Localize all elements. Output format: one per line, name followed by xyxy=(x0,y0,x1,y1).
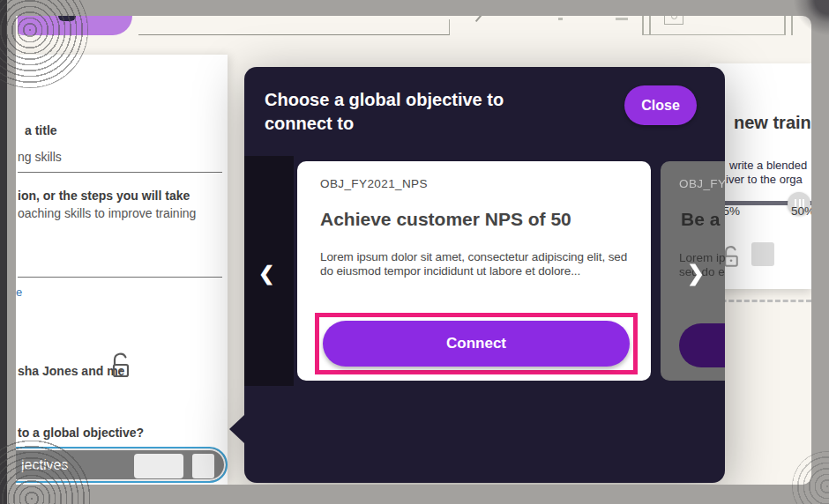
title-field-label: a title xyxy=(25,123,57,137)
objective-title: Achieve customer NPS of 50 xyxy=(320,209,571,230)
header-divider xyxy=(784,16,786,35)
header-input-underline[interactable] xyxy=(138,19,450,35)
gauge-icon xyxy=(671,16,677,19)
chevron-left-icon[interactable]: ❮ xyxy=(258,264,274,284)
close-button[interactable]: Close xyxy=(624,85,697,125)
choose-objective-modal: Choose a global objective to connect to … xyxy=(244,67,725,483)
training-card-heading: new train xyxy=(734,113,811,133)
training-card-line1: write a blended xyxy=(729,159,807,172)
title-field-value[interactable]: ng skills xyxy=(18,150,62,164)
frame-right-bar xyxy=(811,0,829,504)
title-field-underline xyxy=(18,172,222,173)
next-card-connect-button[interactable] xyxy=(679,323,725,367)
pencil-icon xyxy=(475,16,482,22)
unlocked-padlock-icon[interactable] xyxy=(109,351,132,384)
frame-top-bar xyxy=(0,0,829,16)
description-field-label: ion, or the steps you will take xyxy=(18,189,190,203)
connect-button[interactable]: Connect xyxy=(323,321,630,367)
objective-card-active: OBJ_FY2021_NPS Achieve customer NPS of 5… xyxy=(297,161,651,381)
next-objective-code: OBJ_FY xyxy=(679,177,725,190)
description-field-underline xyxy=(18,277,222,278)
redacted-block xyxy=(192,454,214,478)
image-placeholder xyxy=(751,242,774,266)
description-field-value[interactable]: oaching skills to improve training xyxy=(18,206,196,220)
chevron-right-icon[interactable]: ❯ xyxy=(687,263,705,284)
objective-description: Lorem ipsum dolor sit amet, consectetur … xyxy=(320,250,634,278)
frame-corner-shade xyxy=(787,0,829,46)
header-icon-box xyxy=(664,16,683,25)
frame-bottom-bar xyxy=(0,485,829,504)
header-mark xyxy=(558,18,563,20)
link-fragment[interactable]: e xyxy=(16,285,22,299)
modal-pointer xyxy=(229,415,244,443)
objective-code: OBJ_FY2021_NPS xyxy=(320,177,428,190)
next-objective-title: Be a xyxy=(681,209,720,230)
header-mark xyxy=(616,18,628,20)
training-card-line2: iver to the orga xyxy=(726,173,803,186)
slider-right-label: 50% xyxy=(791,204,811,218)
redacted-block xyxy=(134,454,183,478)
objective-form-panel: a title ng skills ion, or the steps you … xyxy=(16,55,228,485)
modal-title: Choose a global objective to connect to xyxy=(265,88,564,136)
